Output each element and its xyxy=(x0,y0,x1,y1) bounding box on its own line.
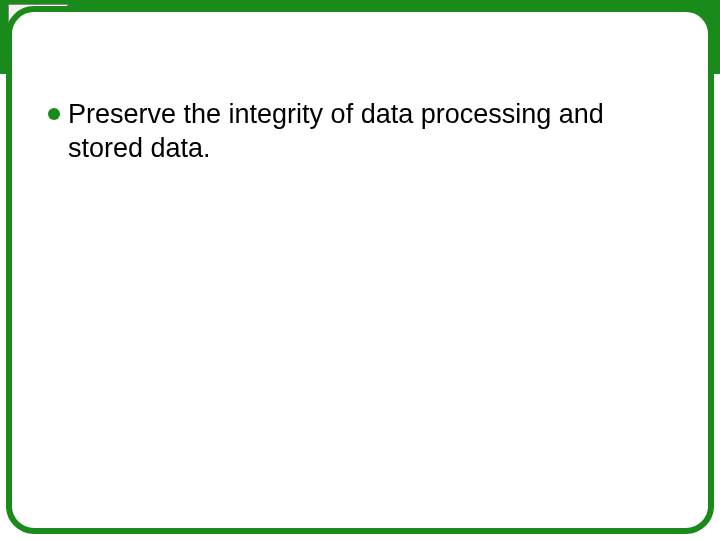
body: Preserve the integrity of data processin… xyxy=(48,98,672,166)
bullet-icon xyxy=(48,108,60,120)
bullet-text: Preserve the integrity of data processin… xyxy=(68,98,672,166)
slide: A I S SYSTEMS Processing/Storage Control… xyxy=(0,0,720,540)
bullet-item: Preserve the integrity of data processin… xyxy=(48,98,672,166)
slide-frame xyxy=(6,6,714,534)
